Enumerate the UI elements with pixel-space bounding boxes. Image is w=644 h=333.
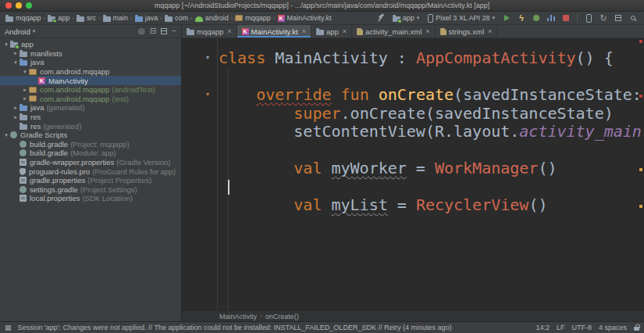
- encoding-widget[interactable]: UTF-8: [571, 324, 592, 331]
- tree-item-proguard-rules-pro-proguard-rules-for-app[interactable]: proguard-rules.pro(ProGuard Rules for ap…: [0, 166, 181, 176]
- tree-expand-arrow[interactable]: ▸: [12, 105, 20, 111]
- tab-app[interactable]: app×: [311, 25, 352, 38]
- tree-item-res-generated[interactable]: res(generated): [0, 121, 181, 131]
- code-line[interactable]: setContentView(R.layout.activity_main): [219, 123, 644, 141]
- tab-mainactivity-kt[interactable]: MainActivity.kt×: [237, 25, 311, 38]
- run-button[interactable]: [501, 13, 512, 23]
- tool-window-switcher-icon[interactable]: ▦: [5, 324, 12, 331]
- editor-breadcrumb-mainactivity[interactable]: MainActivity: [219, 313, 257, 320]
- tree-item-res[interactable]: ▸res: [0, 113, 181, 122]
- device-selector[interactable]: Pixel 3 XL API 28▾: [425, 13, 497, 23]
- tree-item-com-android-mqqapp[interactable]: ▾com.android.mqqapp: [0, 67, 181, 77]
- tree-item-com-android-mqqapp-test[interactable]: ▸com.android.mqqapp(test): [0, 95, 181, 104]
- close-icon[interactable]: ×: [488, 27, 492, 35]
- breadcrumb-item-android[interactable]: android: [194, 14, 230, 22]
- close-icon[interactable]: ×: [227, 27, 231, 35]
- locate-file-button[interactable]: ◎: [138, 27, 145, 35]
- tree-item-gradle-wrapper-properties-gradle-version[interactable]: gradle-wrapper.properties(Gradle Version…: [0, 158, 181, 167]
- tree-item-mainactivity[interactable]: MainActivity: [0, 76, 181, 85]
- tree-expand-arrow[interactable]: ▸: [12, 114, 20, 120]
- search-everywhere-button[interactable]: [628, 13, 639, 23]
- zoom-window-button[interactable]: [26, 2, 32, 9]
- tab-activity-main-xml[interactable]: activity_main.xml×: [352, 25, 436, 38]
- tree-expand-arrow[interactable]: ▾: [2, 41, 10, 48]
- editor[interactable]: ▾▾ class MainActivity : AppCompatActivit…: [182, 38, 644, 310]
- collapse-all-button[interactable]: ⊟: [150, 27, 156, 35]
- build-hammer-button[interactable]: [375, 13, 386, 23]
- breadcrumb-item-mqqapp[interactable]: mqqapp: [4, 14, 43, 22]
- tree-expand-arrow[interactable]: ▸: [21, 87, 29, 93]
- tree-item-app[interactable]: ▾app: [0, 40, 181, 49]
- tree-item-build-gradle-module-app[interactable]: build.gradle(Module: app): [0, 149, 181, 158]
- folder-src-icon: [20, 60, 27, 66]
- close-icon[interactable]: ×: [343, 27, 347, 35]
- settings-gear-button[interactable]: [161, 28, 167, 34]
- close-icon[interactable]: ×: [302, 27, 306, 35]
- tree-item-java[interactable]: ▾java: [0, 58, 181, 67]
- title-bar: mqqapp [~/AndroidStudioProjects/mqqapp] …: [0, 0, 644, 12]
- tab-strings-xml[interactable]: strings.xml×: [436, 25, 498, 38]
- hide-panel-button[interactable]: −: [172, 27, 176, 35]
- minimize-window-button[interactable]: [16, 2, 22, 9]
- project-view-selector[interactable]: Android ▾: [5, 27, 35, 36]
- code-line[interactable]: super.onCreate(savedInstanceState): [219, 105, 644, 124]
- tree-expand-arrow[interactable]: ▸: [12, 50, 20, 56]
- package-icon: [29, 69, 37, 75]
- tree-expand-arrow[interactable]: ▾: [12, 59, 20, 66]
- error-stripe-mark[interactable]: [639, 168, 642, 171]
- tree-item-label: proguard-rules.pro: [29, 167, 90, 176]
- profiler-button[interactable]: [546, 13, 557, 23]
- stop-button[interactable]: [560, 13, 571, 23]
- sdk-manager-button[interactable]: [613, 13, 624, 23]
- tree-expand-arrow[interactable]: ▸: [21, 95, 29, 102]
- tree-item-local-properties-sdk-location[interactable]: local.properties(SDK Location): [0, 194, 181, 203]
- breadcrumb-item-src[interactable]: src: [75, 14, 98, 22]
- breadcrumb-item-app[interactable]: app: [46, 14, 71, 22]
- error-stripe-mark[interactable]: [639, 205, 642, 208]
- code-line[interactable]: [219, 178, 644, 197]
- device-selector-label: Pixel 3 XL API 28: [436, 14, 489, 22]
- code-line[interactable]: class MainActivity : AppCompatActivity()…: [219, 49, 644, 68]
- tree-item-java-generated[interactable]: ▸java(generated): [0, 103, 181, 113]
- breadcrumb-item-main[interactable]: main: [101, 14, 130, 22]
- gradle-sync-button[interactable]: ↻: [598, 13, 609, 23]
- run-config-selector[interactable]: app▾: [390, 13, 422, 23]
- error-stripe-mark[interactable]: [639, 95, 642, 98]
- code-line[interactable]: [219, 68, 644, 87]
- editor-breadcrumb-oncreate[interactable]: onCreate(): [265, 313, 299, 320]
- breadcrumb-item-com[interactable]: com: [163, 14, 190, 22]
- close-icon[interactable]: ×: [425, 27, 429, 35]
- indent-widget[interactable]: 4 spaces: [599, 324, 627, 331]
- tree-item-gradle-scripts[interactable]: ▾Gradle Scripts: [0, 131, 181, 140]
- tree-item-manifests[interactable]: ▸manifests: [0, 49, 181, 59]
- breadcrumb-item-java[interactable]: java: [133, 14, 160, 22]
- breadcrumb-item-mainactivity-kt[interactable]: MainActivity.kt: [276, 14, 333, 22]
- apply-changes-button[interactable]: ϟ: [516, 13, 527, 23]
- tree-item-build-gradle-project-mqqapp[interactable]: build.gradle(Project: mqqapp): [0, 140, 181, 149]
- stop-icon: [563, 15, 569, 21]
- folder-icon: [20, 115, 27, 120]
- profiler-icon: [550, 15, 552, 21]
- code-line[interactable]: override fun onCreate(savedInstanceState…: [219, 86, 644, 105]
- error-stripe-mark[interactable]: [639, 40, 642, 43]
- tree-item-com-android-mqqapp-androidtest[interactable]: ▸com.android.mqqapp(androidTest): [0, 85, 181, 95]
- tree-expand-arrow[interactable]: ▾: [21, 69, 29, 75]
- code-line[interactable]: val myWorker = WorkManager(): [219, 159, 644, 178]
- fold-arrow-icon[interactable]: ▾: [206, 55, 209, 61]
- cursor-position-widget[interactable]: 14:2: [535, 324, 550, 331]
- line-separator-widget[interactable]: LF: [557, 324, 565, 331]
- breadcrumb-item-mqqapp[interactable]: mqqapp: [233, 14, 272, 22]
- code-line[interactable]: [219, 141, 644, 160]
- code-line[interactable]: val myList = RecyclerView(): [219, 196, 644, 215]
- code-area[interactable]: class MainActivity : AppCompatActivity()…: [219, 49, 644, 310]
- tree-item-gradle-properties-project-properties[interactable]: gradle.properties(Project Properties): [0, 176, 181, 185]
- tab-mqqapp[interactable]: mqqapp×: [182, 25, 237, 38]
- avd-manager-button[interactable]: [583, 13, 594, 23]
- fold-arrow-icon[interactable]: ▾: [206, 91, 209, 98]
- close-window-button[interactable]: [5, 2, 12, 9]
- tree-expand-arrow[interactable]: ▾: [2, 132, 10, 138]
- bug-icon: [533, 15, 539, 21]
- tree-item-settings-gradle-project-settings[interactable]: settings.gradle(Project Settings): [0, 185, 181, 195]
- lock-icon[interactable]: [634, 327, 639, 331]
- debug-button[interactable]: [531, 13, 542, 23]
